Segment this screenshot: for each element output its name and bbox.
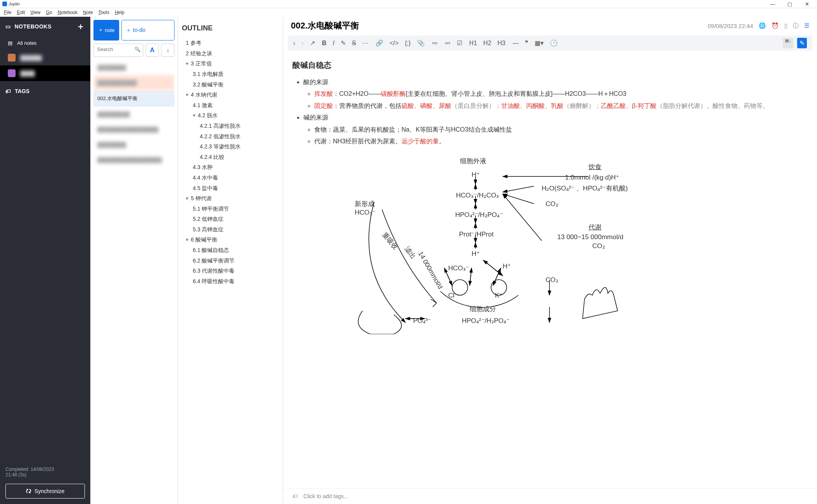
- note-list-item[interactable]: 002.水电酸碱平衡: [93, 90, 174, 107]
- notebooks-label: NOTEBOOKS: [15, 23, 52, 30]
- forward-icon[interactable]: ›: [301, 40, 303, 47]
- code-icon[interactable]: </>: [389, 40, 398, 47]
- note-list-item[interactable]: ███████████: [93, 75, 174, 90]
- globe-icon[interactable]: 🌐: [759, 22, 766, 29]
- outline-item[interactable]: 4.2.1 高渗性脱水: [182, 121, 279, 131]
- menu-view[interactable]: View: [30, 10, 40, 15]
- sub-bullet: 固定酸：营养物质的代谢，包括硫酸、磷酸、尿酸（蛋白质分解）；甘油酸、丙酮酸、乳酸…: [314, 100, 808, 112]
- h1-icon[interactable]: H1: [469, 40, 477, 47]
- note-list-item[interactable]: ████████: [93, 60, 174, 75]
- outline-item[interactable]: 4.5 盐中毒: [182, 183, 279, 194]
- all-notes-label: All notes: [17, 40, 37, 46]
- outline-item[interactable]: 4.2.4 比较: [182, 152, 279, 162]
- window-minimize[interactable]: —: [764, 1, 781, 7]
- outline-item[interactable]: 4.3 水肿: [182, 162, 279, 173]
- menu-edit[interactable]: Edit: [17, 10, 25, 15]
- note-list-item[interactable]: ██████████████████: [93, 152, 174, 167]
- layout-icon[interactable]: ▯: [784, 22, 787, 29]
- checklist-icon[interactable]: ☑: [457, 39, 462, 47]
- bullet-list-icon[interactable]: ≔: [432, 39, 438, 47]
- outline-item[interactable]: ▾ 4.2 脱水: [182, 110, 279, 121]
- editor-toolbar: ‹ › ↗ B I ✎ S ⋯ 🔗 </> {;} 📎 ≔ ≕ ☑: [288, 35, 812, 51]
- sort-button[interactable]: A: [146, 44, 159, 57]
- titlebar: Joplin — ▢ ✕: [0, 0, 817, 8]
- add-notebook-button[interactable]: ＋: [76, 21, 85, 32]
- outline-item[interactable]: 5.1 钾平衡调节: [182, 204, 279, 214]
- note-timestamp: 09/08/2023 22:44: [708, 23, 753, 29]
- h2-icon[interactable]: H2: [483, 40, 491, 47]
- menu-help[interactable]: Help: [115, 10, 125, 15]
- outline-item[interactable]: 5.3 高钾血症: [182, 224, 279, 235]
- outline-item[interactable]: 5.2 低钾血症: [182, 214, 279, 224]
- notebook-1-label: ██████: [20, 55, 42, 61]
- outline-item[interactable]: 2 经验之谈: [182, 48, 279, 59]
- window-close[interactable]: ✕: [798, 1, 815, 7]
- section-heading: 酸碱自稳态: [292, 58, 808, 72]
- more-icon[interactable]: ⋯: [362, 39, 368, 47]
- note-list-item[interactable]: ████████: [93, 137, 174, 152]
- italic-icon[interactable]: I: [333, 40, 334, 47]
- alarm-icon[interactable]: ⏰: [771, 22, 779, 29]
- highlight-icon[interactable]: ✎: [341, 39, 346, 47]
- note-list-item[interactable]: █████████: [93, 107, 174, 122]
- outline-item[interactable]: 6.4 呼吸性酸中毒: [182, 276, 279, 287]
- notebook-item-1[interactable]: ██████: [0, 50, 90, 65]
- strike-icon[interactable]: S: [352, 40, 356, 47]
- outline-item[interactable]: ▾ 4 水钠代谢: [182, 90, 279, 100]
- outline-item[interactable]: 6.2 酸碱平衡调节: [182, 256, 279, 266]
- window-maximize[interactable]: ▢: [781, 1, 798, 7]
- time-icon[interactable]: 🕒: [550, 39, 558, 47]
- edit-mode-toggle[interactable]: ✎: [797, 38, 807, 48]
- outline-item[interactable]: 4.2.2 低渗性脱水: [182, 131, 279, 142]
- back-icon[interactable]: ‹: [293, 40, 295, 47]
- sync-icon: 🗘: [26, 488, 31, 494]
- notebook-item-2[interactable]: ████: [0, 65, 90, 81]
- add-tags-link[interactable]: Click to add tags...: [303, 493, 348, 499]
- note-list-item[interactable]: █████████████████: [93, 122, 174, 137]
- outline-item[interactable]: ▾ 3 正常值: [182, 58, 279, 69]
- info-icon[interactable]: ⓘ: [793, 22, 799, 30]
- bold-icon[interactable]: B: [322, 40, 327, 47]
- note-title-input[interactable]: [291, 21, 708, 31]
- outline-item[interactable]: 4.4 水中毒: [182, 173, 279, 183]
- diagram-image: 细胞外液 饮食 1.0mmol /(kg·d)H⁺ H₂O(SO₄²⁻ 、HPO…: [316, 155, 705, 334]
- new-todo-button[interactable]: ＋ to-do: [121, 20, 174, 41]
- search-input[interactable]: [97, 46, 136, 52]
- app-title: Joplin: [9, 2, 20, 6]
- h3-icon[interactable]: H3: [498, 40, 505, 47]
- outline-item[interactable]: 1 参考: [182, 38, 279, 48]
- external-link-icon[interactable]: ↗: [310, 39, 315, 47]
- menu-go[interactable]: Go: [46, 10, 52, 15]
- notebook-avatar-icon: [8, 69, 16, 77]
- menu-notebook[interactable]: Notebook: [58, 10, 77, 15]
- note-content[interactable]: 酸碱自稳态 酸的来源 挥发酸：CO2+H2O——碳酸酐酶[主要在红细胞、肾小管上…: [283, 53, 817, 488]
- outline-item[interactable]: 4.2.3 等渗性脱水: [182, 141, 279, 152]
- menu-tools[interactable]: Tools: [99, 10, 109, 15]
- synchronize-button[interactable]: 🗘 Synchronize: [5, 484, 85, 499]
- markdown-toggle[interactable]: M↓: [783, 38, 793, 48]
- all-notes[interactable]: ▤ All notes: [0, 36, 90, 50]
- outline-item[interactable]: ▾ 6 酸碱平衡: [182, 234, 279, 245]
- menu-note[interactable]: Note: [83, 10, 93, 15]
- codeblock-icon[interactable]: {;}: [405, 40, 410, 47]
- outline-item[interactable]: 6.1 酸碱自稳态: [182, 245, 279, 256]
- table-icon[interactable]: ▦▾: [535, 39, 544, 47]
- quote-icon[interactable]: ❞: [525, 39, 528, 47]
- outline-item[interactable]: 4.1 激素: [182, 100, 279, 111]
- hr-icon[interactable]: ―: [512, 40, 519, 47]
- menu-file[interactable]: File: [4, 10, 11, 15]
- outline-item[interactable]: 3.1 水电解质: [182, 69, 279, 79]
- sort-direction-button[interactable]: ↓: [161, 44, 174, 57]
- sync-status: Completed: 14/08/2023 21:48 (3s): [0, 463, 90, 481]
- outline-item[interactable]: 6.3 代谢性酸中毒: [182, 266, 279, 276]
- numbered-list-icon[interactable]: ≕: [444, 39, 451, 47]
- link-icon[interactable]: 🔗: [375, 39, 383, 47]
- tag-icon: 🏷: [5, 88, 11, 94]
- new-note-button[interactable]: ＋ note: [93, 20, 119, 41]
- attachment-icon[interactable]: 📎: [417, 39, 425, 47]
- outline-panel: OUTLINE 1 参考2 经验之谈▾ 3 正常值3.1 水电解质3.2 酸碱平…: [178, 17, 283, 504]
- outline-item[interactable]: ▾ 5 钾代谢: [182, 193, 279, 204]
- search-icon[interactable]: 🔍: [134, 46, 141, 52]
- outline-item[interactable]: 3.2 酸碱平衡: [182, 79, 279, 90]
- properties-icon[interactable]: ☰: [804, 22, 809, 29]
